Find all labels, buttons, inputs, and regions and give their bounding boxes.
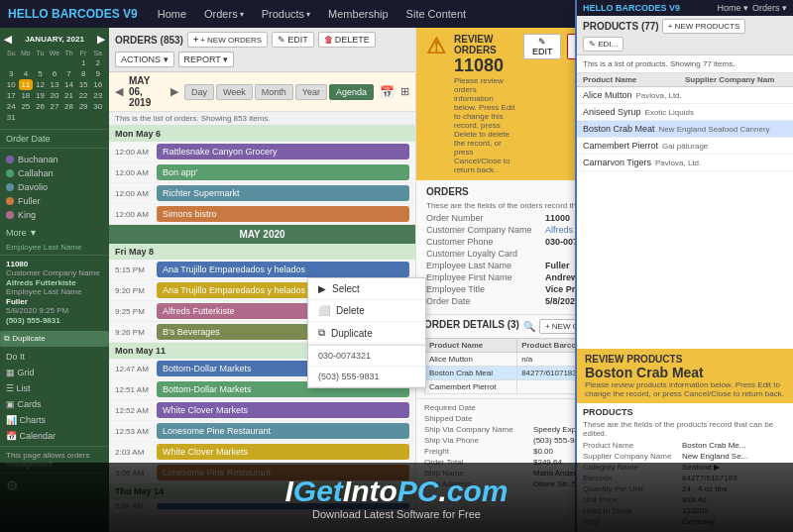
cal-cell-6[interactable]: 6 — [48, 68, 62, 79]
ctx-duplicate[interactable]: ⧉ Duplicate — [308, 322, 425, 345]
detail-edit-btn[interactable]: ✎ EDIT — [523, 34, 562, 59]
next-month-btn[interactable]: ▶ — [97, 34, 105, 45]
cal-cell-22[interactable]: 22 — [76, 90, 91, 101]
nav-home[interactable]: Home — [152, 6, 192, 22]
cal-cell-24[interactable]: 24 — [4, 101, 19, 112]
cal-cell-31[interactable]: 31 — [4, 112, 19, 123]
filter-davolio[interactable]: Davolio — [6, 180, 103, 194]
cal-cell[interactable] — [90, 112, 105, 123]
next-date-btn[interactable]: ▶ — [170, 85, 178, 98]
new-orders-btn[interactable]: + + NEW ORDERS — [187, 32, 268, 48]
edit-btn[interactable]: ✎ EDIT — [272, 32, 314, 48]
product-item-boston[interactable]: Boston Crab Meat New England Seafood Can… — [577, 121, 793, 138]
tab-month[interactable]: Month — [255, 84, 293, 100]
product-item-aniseed[interactable]: Aniseed Syrup Exotic Liquids — [577, 104, 793, 121]
filter-callahan[interactable]: Callahan — [6, 166, 103, 180]
sidebar-btn-duplicate[interactable]: ⧉ Duplicate — [0, 331, 109, 347]
cal-cell-30[interactable]: 30 — [90, 101, 105, 112]
cal-day-fr: Fr — [76, 49, 91, 57]
cal-cell-4[interactable]: 4 — [19, 68, 34, 79]
tab-day[interactable]: Day — [184, 84, 214, 100]
cal-cell-10[interactable]: 10 — [4, 79, 19, 90]
order-row[interactable]: 2:03 AM White Clover Markets — [109, 442, 415, 463]
cal-cell-8[interactable]: 8 — [76, 68, 91, 79]
order-row[interactable]: 12:00 AM Bon app' — [109, 162, 415, 183]
cal-cell[interactable] — [61, 57, 76, 68]
tab-agenda[interactable]: Agenda — [329, 84, 374, 100]
prev-month-btn[interactable]: ◀ — [4, 34, 12, 45]
products-nav-orders[interactable]: Orders ▾ — [752, 3, 787, 13]
cal-cell-11[interactable]: 11 — [19, 79, 34, 90]
ctx-delete[interactable]: ⬜ Delete — [308, 300, 425, 322]
calendar-icon[interactable]: 📅 — [380, 85, 395, 99]
filter-king[interactable]: King — [6, 208, 103, 222]
nav-orders[interactable]: Orders ▾ — [198, 6, 250, 22]
cal-cell-25[interactable]: 25 — [19, 101, 34, 112]
sidebar-nav-cards[interactable]: ▣ Cards — [0, 396, 109, 412]
order-row[interactable]: 12:53 AM Lonesome Pine Restaurant — [109, 421, 415, 442]
cal-cell-12[interactable]: 12 — [33, 79, 48, 90]
cal-cell[interactable] — [48, 112, 62, 123]
order-row[interactable]: 12:52 AM White Clover Markets — [109, 400, 415, 421]
cal-cell-16[interactable]: 16 — [90, 79, 105, 90]
tab-year[interactable]: Year — [295, 84, 327, 100]
cal-cell-28[interactable]: 28 — [61, 101, 76, 112]
order-row[interactable]: 12:00 AM Richter Supermarkt — [109, 183, 415, 204]
sidebar-nav-doit[interactable]: Do It — [0, 349, 109, 365]
cal-cell-18[interactable]: 18 — [19, 90, 34, 101]
cal-cell[interactable] — [33, 112, 48, 123]
sidebar-more-btn[interactable]: More ▼ — [0, 226, 109, 240]
cal-cell-14[interactable]: 14 — [61, 79, 76, 90]
edit-product-btn[interactable]: ✎ EDI... — [583, 37, 623, 52]
order-row[interactable]: 12:00 AM Rattlesnake Canyon Grocery — [109, 142, 415, 162]
product-item-alice[interactable]: Alice Mutton Pavlova, Ltd. — [577, 87, 793, 104]
cal-cell[interactable] — [19, 57, 34, 68]
cal-cell-17[interactable]: 17 — [4, 90, 19, 101]
delete-btn[interactable]: 🗑 DELETE — [318, 32, 376, 48]
nav-membership[interactable]: Membership — [322, 6, 395, 22]
cal-cell-27[interactable]: 27 — [48, 101, 62, 112]
ctx-select[interactable]: ▶ Select — [308, 278, 425, 300]
report-btn[interactable]: REPORT ▾ — [178, 52, 235, 67]
prev-date-btn[interactable]: ◀ — [115, 85, 123, 98]
calendar-grid: Su Mo Tu We Th Fr Sa 1 2 3 4 5 6 7 8 — [4, 49, 105, 123]
order-row[interactable]: 12:00 AM Simons bistro — [109, 204, 415, 225]
cal-cell[interactable] — [19, 112, 34, 123]
product-item-carnarvon[interactable]: Carnarvon Tigers Pavlova, Ltd. — [577, 155, 793, 171]
new-product-btn[interactable]: + NEW PRODUCTS — [662, 19, 746, 34]
cal-cell[interactable] — [33, 57, 48, 68]
sidebar-nav-charts[interactable]: 📊 Charts — [0, 412, 109, 428]
cal-cell-23[interactable]: 23 — [90, 90, 105, 101]
filter-icon[interactable]: ⊞ — [400, 85, 409, 98]
cal-cell-21[interactable]: 21 — [61, 90, 76, 101]
cal-cell-15[interactable]: 15 — [76, 79, 91, 90]
cal-cell-13[interactable]: 13 — [48, 79, 62, 90]
cal-cell-26[interactable]: 26 — [33, 101, 48, 112]
cal-cell[interactable] — [61, 112, 76, 123]
items-filter-icon[interactable]: 🔍 — [523, 321, 535, 332]
cal-cell-3[interactable]: 3 — [4, 68, 19, 79]
sidebar-order-date[interactable]: Order Date — [0, 130, 109, 149]
product-item-camembert[interactable]: Camembert Pierrot Gai pâturage — [577, 138, 793, 155]
filter-buchanan[interactable]: Buchanan — [6, 153, 103, 166]
sidebar-nav-list[interactable]: ☰ List — [0, 380, 109, 396]
nav-products[interactable]: Products ▾ — [256, 6, 316, 22]
actions-btn[interactable]: ACTIONS ▾ — [115, 52, 174, 67]
cal-cell[interactable] — [76, 112, 91, 123]
tab-week[interactable]: Week — [216, 84, 253, 100]
cal-cell-1[interactable]: 1 — [76, 57, 91, 68]
products-nav-home[interactable]: Home ▾ — [717, 3, 748, 13]
cal-cell-19[interactable]: 19 — [33, 90, 48, 101]
cal-cell-20[interactable]: 20 — [48, 90, 62, 101]
sidebar-nav-grid[interactable]: ▦ Grid — [0, 365, 109, 380]
nav-site-content[interactable]: Site Content — [400, 6, 473, 22]
cal-cell-2[interactable]: 2 — [90, 57, 105, 68]
cal-cell-29[interactable]: 29 — [76, 101, 91, 112]
filter-fuller[interactable]: Fuller — [6, 194, 103, 208]
cal-cell-5[interactable]: 5 — [33, 68, 48, 79]
cal-cell-9[interactable]: 9 — [90, 68, 105, 79]
sidebar-nav-calendar[interactable]: 📅 Calendar — [0, 428, 109, 444]
cal-cell[interactable] — [48, 57, 62, 68]
cal-cell-7[interactable]: 7 — [61, 68, 76, 79]
cal-cell[interactable] — [4, 57, 19, 68]
